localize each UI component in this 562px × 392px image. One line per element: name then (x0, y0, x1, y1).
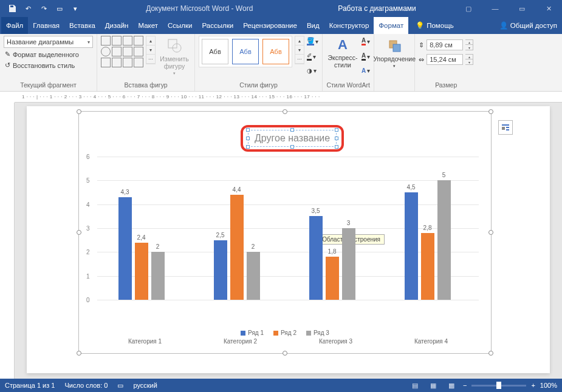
resize-handle[interactable] (283, 109, 287, 114)
change-shape-button[interactable]: Изменить фигуру▾ (158, 36, 191, 77)
horizontal-ruler[interactable]: 1 · · · | · · · 1 · · · 2 · · · 3 · · · … (15, 92, 562, 103)
undo-button[interactable]: ↶ (21, 1, 35, 16)
style-item-3[interactable]: Абв (262, 39, 289, 64)
resize-handle[interactable] (283, 351, 287, 356)
resize-handle[interactable] (77, 230, 81, 235)
tab-format[interactable]: Формат (374, 17, 408, 34)
title-handle[interactable] (290, 145, 294, 149)
tab-view[interactable]: Вид (302, 17, 324, 34)
tab-share[interactable]: 👤Общий доступ (495, 17, 562, 34)
zoom-out-button[interactable]: − (463, 382, 467, 389)
bar[interactable]: 3 (342, 228, 355, 300)
tab-design[interactable]: Дизайн (100, 17, 134, 34)
word-count[interactable]: Число слов: 0 (64, 382, 108, 389)
width-field[interactable]: ⇔15,24 см▴▾ (419, 54, 473, 65)
tab-file[interactable]: Файл (1, 17, 28, 34)
resize-handle[interactable] (77, 351, 81, 356)
bar[interactable]: 2,5 (214, 240, 227, 300)
bar[interactable]: 4,5 (405, 192, 418, 300)
bar[interactable]: 5 (437, 180, 451, 300)
legend-item[interactable]: Ряд 3 (306, 329, 329, 336)
chart-title-selection[interactable]: Другое название (248, 130, 337, 147)
title-handle[interactable] (246, 145, 250, 149)
title-handle[interactable] (290, 128, 294, 132)
minimize-button[interactable]: — (482, 0, 509, 17)
shape-effects-button[interactable]: ◑▾ (307, 67, 318, 74)
title-handle[interactable] (335, 137, 338, 140)
bar[interactable]: 4,4 (230, 195, 244, 300)
title-handle[interactable] (335, 145, 338, 149)
close-button[interactable]: ✕ (535, 0, 562, 17)
zoom-level[interactable]: 100% (540, 382, 557, 389)
qat-customize-button[interactable]: ▾ (68, 1, 83, 16)
tab-constructor[interactable]: Конструктор (324, 17, 374, 34)
redo-button[interactable]: ↷ (36, 1, 51, 16)
web-layout-button[interactable]: ▩ (445, 380, 458, 391)
svg-rect-5 (502, 127, 505, 130)
shape-styles-gallery[interactable]: Абв Абв Абв (199, 36, 292, 67)
shapes-gallery[interactable] (101, 36, 143, 67)
y-tick-label: 0 (86, 297, 90, 303)
zoom-slider[interactable] (471, 385, 526, 387)
legend-item[interactable]: Ряд 1 (241, 329, 264, 336)
ribbon-options-button[interactable]: ▢ (455, 0, 482, 17)
shapes-scroll[interactable]: ▴▾⋯ (146, 36, 156, 64)
tab-insert[interactable]: Вставка (64, 17, 100, 34)
styles-scroll[interactable]: ▴▾⋯ (295, 36, 304, 64)
tab-mailings[interactable]: Рассылки (197, 17, 239, 34)
text-fill-button[interactable]: A▾ (362, 37, 370, 46)
title-handle[interactable] (246, 128, 250, 132)
text-outline-button[interactable]: A▾ (362, 52, 370, 61)
tab-references[interactable]: Ссылки (163, 17, 197, 34)
bar[interactable]: 2,8 (421, 233, 434, 300)
chart-element-dropdown[interactable]: Название диаграммы▾ (4, 36, 93, 48)
bar[interactable]: 2 (247, 252, 260, 300)
title-handle[interactable] (335, 128, 338, 132)
proofing-icon[interactable]: ▭ (117, 382, 123, 390)
tab-layout[interactable]: Макет (133, 17, 163, 34)
document-area[interactable]: Другое название Область построения 01234… (15, 103, 562, 379)
touch-mode-button[interactable]: ▭ (52, 1, 67, 16)
height-value[interactable]: 8,89 см (427, 39, 463, 50)
express-styles-button[interactable]: AЭкспресс-стили (326, 36, 359, 70)
plot-area[interactable]: Область построения 01234564,32,42Категор… (97, 157, 479, 300)
bar-label: 2,4 (137, 234, 146, 241)
tab-review[interactable]: Рецензирование (238, 17, 302, 34)
status-bar: Страница 1 из 1 Число слов: 0 ▭ русский … (0, 379, 562, 392)
language-indicator[interactable]: русский (133, 382, 157, 389)
layout-options-button[interactable] (498, 120, 513, 135)
maximize-button[interactable]: ▭ (509, 0, 535, 17)
resize-handle[interactable] (488, 351, 493, 356)
legend-item[interactable]: Ряд 2 (273, 329, 296, 336)
chart-legend[interactable]: Ряд 1Ряд 2Ряд 3 (79, 329, 491, 336)
shape-fill-button[interactable]: 🪣▾ (307, 37, 318, 46)
bar[interactable]: 3,5 (309, 216, 323, 300)
tab-home[interactable]: Главная (28, 17, 64, 34)
resize-handle[interactable] (488, 109, 493, 114)
height-field[interactable]: ⇕8,89 см▴▾ (419, 39, 473, 50)
save-button[interactable] (5, 1, 19, 16)
resize-handle[interactable] (77, 109, 81, 114)
reset-style-button[interactable]: ↺Восстановить стиль (4, 61, 93, 70)
vertical-ruler[interactable] (0, 103, 15, 379)
zoom-in-button[interactable]: + (531, 382, 535, 389)
page-indicator[interactable]: Страница 1 из 1 (5, 382, 55, 389)
chart-title[interactable]: Другое название (255, 133, 330, 143)
bar[interactable]: 2 (151, 252, 165, 300)
style-item-1[interactable]: Абв (202, 39, 228, 64)
text-effects-button[interactable]: A▾ (362, 67, 370, 74)
shape-outline-button[interactable]: ✐▾ (307, 52, 318, 61)
format-selection-button[interactable]: ✎Формат выделенного (4, 50, 93, 59)
chart-object[interactable]: Другое название Область построения 01234… (78, 111, 492, 354)
bar[interactable]: 1,8 (326, 257, 339, 300)
arrange-button[interactable]: Упорядочение▾ (378, 36, 411, 70)
title-handle[interactable] (246, 137, 250, 140)
read-mode-button[interactable]: ▤ (408, 380, 422, 391)
resize-handle[interactable] (488, 230, 493, 235)
bar[interactable]: 2,4 (135, 243, 148, 300)
style-item-2[interactable]: Абв (232, 39, 259, 64)
tab-help[interactable]: 💡Помощь (411, 17, 458, 34)
bar[interactable]: 4,3 (118, 197, 132, 300)
print-layout-button[interactable]: ▦ (427, 380, 440, 391)
width-value[interactable]: 15,24 см (427, 54, 463, 65)
